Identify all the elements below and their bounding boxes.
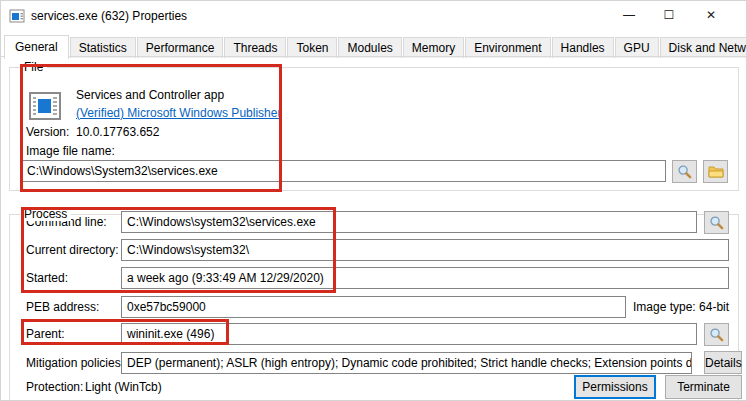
started-label: Started: <box>26 271 68 285</box>
close-button[interactable]: ✕ <box>691 1 731 30</box>
started-input[interactable]: a week ago (9:33:49 AM 12/29/2020) <box>121 267 729 289</box>
image-file-name-input[interactable]: C:\Windows\System32\services.exe <box>21 160 666 182</box>
open-folder-button[interactable] <box>703 160 728 183</box>
inspect-command-line-button[interactable] <box>704 211 729 234</box>
peb-address-input[interactable]: 0xe57bc59000 <box>121 296 626 318</box>
tab-general[interactable]: General <box>4 35 69 59</box>
permissions-button[interactable]: Permissions <box>574 375 656 399</box>
tab-gpu[interactable]: GPU <box>615 37 659 58</box>
image-file-name-label: Image file name: <box>26 144 115 158</box>
tab-statistics[interactable]: Statistics <box>70 37 136 58</box>
services-app-icon <box>29 90 61 122</box>
mitigation-policies-label: Mitigation policies: <box>26 356 124 370</box>
tab-handles[interactable]: Handles <box>552 37 614 58</box>
search-icon <box>677 164 692 179</box>
search-icon <box>709 327 724 342</box>
tab-page-border <box>1 56 746 57</box>
image-type-label: Image type: 64-bit <box>633 300 729 314</box>
properties-dialog: services.exe (632) Properties — ☐ ✕ Gene… <box>0 0 747 401</box>
protection-value: Light (WinTcb) <box>85 380 162 394</box>
publisher-link[interactable]: (Verified) Microsoft Windows Publisher <box>76 106 281 120</box>
app-window-icon <box>9 8 25 24</box>
window-title: services.exe (632) Properties <box>31 9 187 23</box>
parent-input[interactable]: wininit.exe (496) <box>121 323 697 345</box>
tab-threads[interactable]: Threads <box>224 37 286 58</box>
details-button[interactable]: Details <box>704 351 742 374</box>
current-directory-label: Current directory: <box>26 243 119 257</box>
folder-icon <box>708 165 724 179</box>
parent-label: Parent: <box>26 327 65 341</box>
maximize-button[interactable]: ☐ <box>649 1 689 30</box>
protection-label: Protection: <box>26 380 83 394</box>
version-value: 10.0.17763.652 <box>76 125 159 139</box>
terminate-button[interactable]: Terminate <box>665 375 742 399</box>
inspect-parent-button[interactable] <box>704 323 729 346</box>
tab-modules[interactable]: Modules <box>338 37 401 58</box>
process-group-legend: Process <box>20 207 71 221</box>
app-description: Services and Controller app <box>76 88 224 102</box>
tab-performance[interactable]: Performance <box>137 37 224 58</box>
peb-address-label: PEB address: <box>26 300 99 314</box>
version-label: Version: <box>26 125 69 139</box>
mitigation-policies-input[interactable]: DEP (permanent); ASLR (high entropy); Dy… <box>121 352 692 374</box>
inspect-image-file-button[interactable] <box>672 160 697 183</box>
minimize-button[interactable]: — <box>609 1 649 30</box>
current-directory-input[interactable]: C:\Windows\system32\ <box>121 239 729 261</box>
title-bar: services.exe (632) Properties — ☐ ✕ <box>1 1 746 31</box>
command-line-input[interactable]: C:\Windows\system32\services.exe <box>121 211 697 233</box>
search-icon <box>709 215 724 230</box>
tab-environment[interactable]: Environment <box>465 37 550 58</box>
tab-disk-and-network[interactable]: Disk and Network <box>660 37 747 58</box>
tab-bar: GeneralStatisticsPerformanceThreadsToken… <box>4 34 743 56</box>
tab-memory[interactable]: Memory <box>403 37 464 58</box>
tab-token[interactable]: Token <box>287 37 337 58</box>
file-group-legend: File <box>20 60 47 74</box>
